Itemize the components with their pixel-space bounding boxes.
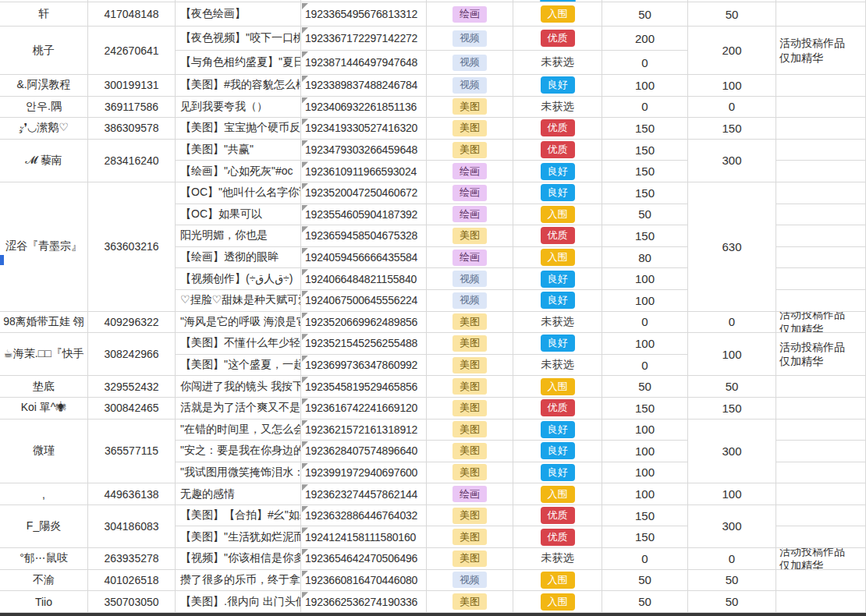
cell-post-id[interactable]: 1923621572161318912 [301,420,427,441]
cell-work-title[interactable]: ♡捏脸♡甜妹是种天赋可爱 [176,290,301,312]
cell-member-uid[interactable]: 363603216 [88,182,176,312]
cell-note[interactable] [776,420,866,441]
cell-work-title[interactable]: 【夜色视频】"咬下一口桃 [176,27,301,51]
cell-score[interactable]: 150 [602,505,688,527]
cell-category[interactable]: 绘画 [427,161,513,182]
cell-note[interactable] [776,462,866,484]
cell-member-uid[interactable]: 329552432 [88,376,176,398]
cell-member-uid[interactable]: 449636138 [88,483,176,505]
cell-note[interactable] [776,2,866,27]
cell-status[interactable]: 良好 [513,333,602,355]
cell-total[interactable]: 0 [688,97,776,119]
cell-note[interactable] [776,483,866,505]
cell-post-id[interactable]: 1923520669962489856 [301,312,427,334]
cell-status[interactable]: 良好 [513,441,602,462]
cell-post-id[interactable]: 1923628407574896640 [301,441,427,462]
cell-note[interactable]: 活动投稿作品 仅加精华 [776,333,866,376]
cell-status[interactable]: 未获选 [513,51,602,75]
cell-post-id[interactable]: 1923654642470506496 [301,548,427,570]
cell-status[interactable]: 良好 [513,268,602,290]
cell-note[interactable] [776,570,866,592]
cell-note[interactable] [776,591,866,613]
cell-member-name[interactable]: 𝓜 藜南 [0,140,88,182]
cell-category[interactable]: 绘画 [427,483,513,505]
cell-category[interactable]: 美图 [427,398,513,420]
cell-note[interactable] [776,97,866,119]
cell-score[interactable]: 150 [602,398,688,420]
cell-note[interactable] [776,118,866,140]
cell-post-id[interactable]: 1923365495676813312 [301,2,427,27]
cell-post-id[interactable]: 1923662536274190336 [301,591,427,613]
cell-status[interactable]: 入围 [513,204,602,226]
cell-post-id[interactable]: 1923406932261851136 [301,97,427,119]
cell-post-id[interactable]: 1924066484821155840 [301,268,427,290]
cell-category[interactable]: 绘画 [427,247,513,269]
cell-total[interactable]: 300 [688,505,776,548]
cell-member-name[interactable]: 桃子 [0,27,88,75]
cell-category[interactable]: 美图 [427,355,513,377]
cell-score[interactable]: 100 [602,75,688,97]
cell-note[interactable]: 活动投稿作品 仅加精华 [776,312,866,334]
cell-work-title[interactable]: 【美图】#我的容貌怎么样 [176,75,301,97]
cell-work-title[interactable]: 【美图】不懂什么年少轻狂 [176,333,301,355]
cell-member-name[interactable]: , [0,483,88,505]
cell-post-id[interactable]: 1923367172297142272 [301,27,427,51]
cell-status[interactable]: 未获选 [513,355,602,377]
cell-category[interactable]: 美图 [427,548,513,570]
cell-post-id[interactable]: 1923623274457862144 [301,483,427,505]
cell-status[interactable]: 良好 [513,75,602,97]
cell-status[interactable]: 优质 [513,140,602,161]
cell-status[interactable]: 良好 [513,290,602,312]
cell-work-title[interactable]: 【视频创作】(÷ق人ق÷) [176,268,301,290]
cell-note[interactable] [776,247,866,269]
cell-work-title[interactable]: 【OC】"他叫什么名字你说 [176,182,301,204]
cell-score[interactable]: 100 [602,420,688,441]
cell-category[interactable]: 美图 [427,462,513,484]
cell-total[interactable]: 100 [688,333,776,376]
cell-note[interactable] [776,204,866,226]
cell-total[interactable]: 50 [688,591,776,613]
cell-member-uid[interactable]: 242670641 [88,27,176,75]
cell-status[interactable]: 良好 [513,462,602,484]
cell-work-title[interactable]: 攒了很多的乐币，终于拿到 [176,570,301,592]
cell-score[interactable]: 80 [602,247,688,269]
cell-post-id[interactable]: 1924067500645556224 [301,290,427,312]
cell-work-title[interactable]: 阳光明媚，你也是 [176,225,301,247]
cell-work-title[interactable]: 【美图】"生活犹如烂泥而 [176,526,301,548]
cell-category[interactable]: 视频 [427,268,513,290]
cell-status[interactable]: 入围 [513,570,602,592]
cell-note[interactable] [776,376,866,398]
cell-work-title[interactable]: "在错的时间里，又怎么会 [176,420,301,441]
cell-member-uid[interactable]: 350703050 [88,591,176,613]
cell-work-title[interactable]: 活就是为了活个爽又不是活 [176,398,301,420]
cell-post-id[interactable]: 1923521545256255488 [301,333,427,355]
cell-status[interactable]: 未获选 [513,97,602,119]
cell-category[interactable]: 视频 [427,51,513,75]
cell-score[interactable]: 100 [602,483,688,505]
cell-status[interactable]: 入围 [513,376,602,398]
cell-note[interactable] [776,290,866,312]
cell-category[interactable]: 视频 [427,27,513,51]
cell-score[interactable]: 150 [602,161,688,182]
cell-member-name[interactable]: 不渝 [0,570,88,592]
cell-total[interactable]: 300 [688,420,776,484]
cell-work-title[interactable]: 【绘画】透彻的眼眸 [176,247,301,269]
cell-score[interactable]: 0 [602,548,688,570]
cell-work-title[interactable]: 【夜色绘画】 [176,2,301,27]
cell-category[interactable]: 绘画 [427,204,513,226]
cell-work-title[interactable]: 【与角色相约盛夏】"夏日 [176,51,301,75]
cell-member-name[interactable]: 𝓏❜◡潆鹅♡ [0,118,88,140]
cell-member-uid[interactable]: 409296322 [88,312,176,334]
cell-member-name[interactable]: Tiio [0,591,88,613]
cell-score[interactable]: 150 [602,140,688,161]
cell-post-id[interactable]: 1923659458504675328 [301,225,427,247]
cell-total[interactable]: 300 [688,140,776,182]
cell-post-id[interactable]: 1923610911966593024 [301,161,427,182]
cell-work-title[interactable]: 【美图】"共赢" [176,140,301,161]
cell-total[interactable]: 0 [688,312,776,334]
cell-member-name[interactable]: 涩谷『青墨宗』 [0,182,88,312]
cell-post-id[interactable]: 1924059456666435584 [301,247,427,269]
cell-post-id[interactable]: 1923871446497947648 [301,51,427,75]
cell-score[interactable]: 150 [602,225,688,247]
cell-score[interactable]: 150 [602,118,688,140]
